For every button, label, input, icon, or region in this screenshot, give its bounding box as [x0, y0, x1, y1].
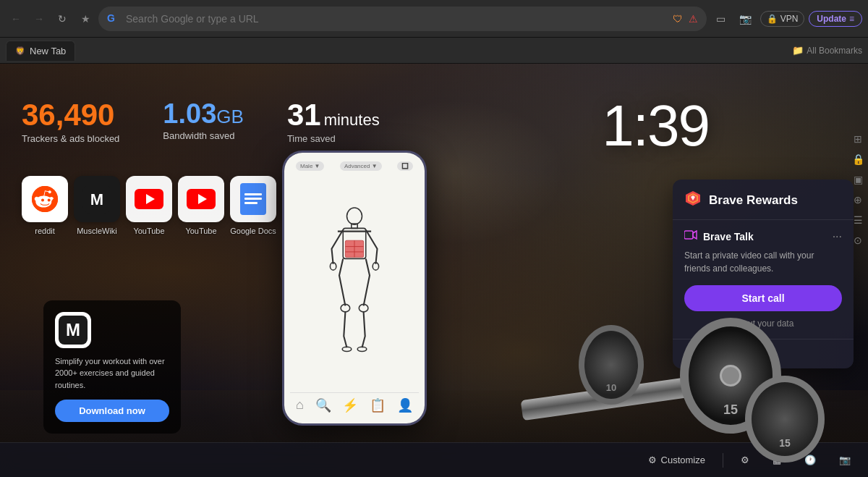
shortcut-musclewiki[interactable]: M MuscleWiki: [74, 176, 120, 235]
weight-number: 15: [723, 402, 738, 418]
sponsor-card: M Simplify your workout with over 2000+ …: [43, 300, 181, 434]
main-content: 15 10 15 36,490 Trackers & ads blocked 1…: [0, 64, 868, 477]
musclewiki-icon: M: [74, 176, 120, 222]
address-bar[interactable]: G 🛡 ⚠: [98, 7, 707, 31]
browser-right-controls: ▭ 📷 🔒 VPN Update ≡: [711, 9, 862, 29]
sidebar-toggle[interactable]: ▭: [711, 9, 731, 29]
phone-selector-3d: 🔲: [397, 161, 413, 171]
brave-logo-icon: [684, 190, 702, 211]
shortcut-gdocs[interactable]: Google Docs: [230, 176, 276, 235]
shortcut-youtube2[interactable]: YouTube: [178, 176, 224, 235]
phone-mockup: Male ▼ Advanced ▼ 🔲: [282, 151, 427, 426]
brave-talk-header: Brave Talk ···: [684, 230, 842, 243]
svg-rect-11: [244, 202, 258, 204]
right-sidebar: ⊞ 🔒 ▣ ⊕ ☰ ⊙: [848, 127, 868, 252]
sidebar-icon-5[interactable]: ☰: [849, 211, 867, 229]
video-camera-icon: [684, 230, 697, 243]
sponsor-description: Simplify your workout with over 2000+ ex…: [55, 355, 169, 392]
shortcut-youtube1[interactable]: YouTube: [126, 176, 172, 235]
sidebar-icon-2[interactable]: 🔒: [849, 151, 867, 168]
weight-plate-small: 10: [579, 325, 644, 405]
bookmarks-label: All Bookmarks: [807, 46, 862, 56]
bandwidth-value: 1.03GB: [163, 100, 244, 127]
history-icon: 🕐: [804, 455, 816, 465]
youtube1-icon: [126, 176, 172, 222]
stats-area: 36,490 Trackers & ads blocked 1.03GB Ban…: [22, 100, 380, 144]
sidebar-icon-3[interactable]: ▣: [849, 171, 867, 188]
floor-weight-num: 15: [779, 437, 791, 449]
weight-number-small: 10: [606, 382, 616, 393]
stat-time: 31minutes Time saved: [287, 100, 380, 144]
download-button[interactable]: Download now: [55, 400, 169, 422]
sponsor-logo: M: [55, 312, 91, 348]
start-call-button[interactable]: Start call: [684, 285, 842, 311]
bookmarks-bar[interactable]: 📁 All Bookmarks: [792, 45, 862, 56]
trackers-count: 36,490: [22, 100, 119, 130]
brave-talk-section: Brave Talk ··· Start a private video cal…: [673, 220, 854, 339]
body-figure-svg: [322, 207, 387, 359]
gdocs-icon: [230, 176, 276, 222]
customize-icon: ⚙: [648, 455, 657, 465]
stat-bandwidth: 1.03GB Bandwidth saved: [163, 100, 244, 141]
vpn-icon: 🔒: [767, 14, 778, 24]
active-tab[interactable]: 🦁 New Tab: [6, 41, 75, 61]
tab-favicon: 🦁: [15, 46, 25, 56]
google-logo: G: [107, 12, 120, 25]
svg-rect-10: [244, 198, 262, 200]
screenshot-btn[interactable]: 📷: [736, 9, 756, 29]
trackers-label: Trackers & ads blocked: [22, 133, 119, 144]
sidebar-icon-6[interactable]: ⊙: [849, 232, 867, 249]
panel-title: Brave Rewards: [709, 193, 798, 208]
sidebar-icon-1[interactable]: ⊞: [849, 130, 867, 148]
camera-icon: 📷: [839, 455, 851, 465]
reload-button[interactable]: ↻: [52, 9, 72, 29]
tab-title: New Tab: [30, 46, 66, 56]
phone-tab-profile: 👤: [397, 397, 413, 413]
bottom-divider-1: [723, 453, 723, 468]
brave-talk-description: Start a private video call with your fri…: [684, 249, 842, 275]
youtube1-label: YouTube: [133, 227, 164, 235]
url-input[interactable]: [126, 13, 667, 25]
phone-tab-routines: 📋: [370, 397, 386, 413]
stat-trackers: 36,490 Trackers & ads blocked: [22, 100, 119, 144]
vpn-button[interactable]: 🔒 VPN: [760, 11, 805, 27]
warning-icon: ⚠: [689, 13, 698, 25]
youtube2-label: YouTube: [185, 227, 216, 235]
gdocs-label: Google Docs: [230, 227, 276, 235]
navigation-bar: ← → ↻ ★ G 🛡 ⚠ ▭ 📷 🔒 VPN Update ≡: [0, 0, 868, 38]
svg-text:M: M: [66, 320, 80, 339]
panel-header: Brave Rewards: [673, 180, 854, 220]
shortcut-reddit[interactable]: reddit: [22, 176, 68, 235]
customize-label: Customize: [661, 455, 705, 465]
youtube2-icon: [178, 176, 224, 222]
floor-weight: 15: [745, 376, 825, 463]
body-figure-container: [322, 174, 387, 392]
bookmark-icon[interactable]: ★: [78, 12, 93, 26]
settings-button[interactable]: ⚙: [735, 452, 755, 468]
weight-hole: [720, 365, 741, 387]
clock: 1:39: [602, 93, 709, 159]
more-options-button[interactable]: ···: [833, 230, 842, 243]
svg-rect-34: [684, 231, 693, 239]
reddit-label: reddit: [35, 227, 55, 235]
phone-header: Male ▼ Advanced ▼ 🔲: [290, 159, 419, 174]
bottom-bar: ⚙ Customize ⚙ ▦ 🕐 📷: [0, 442, 868, 477]
update-button[interactable]: Update ≡: [809, 11, 862, 27]
phone-tab-muscles: ⚡: [342, 397, 358, 413]
settings-icon: ⚙: [741, 455, 749, 465]
phone-screen: Male ▼ Advanced ▼ 🔲: [284, 153, 425, 423]
sidebar-icon-4[interactable]: ⊕: [849, 191, 867, 208]
time-label: Time saved: [287, 133, 380, 144]
camera-button[interactable]: 📷: [833, 452, 856, 468]
phone-nav-tabs: ⌂ 🔍 ⚡ 📋 👤: [290, 392, 419, 418]
phone-tab-search: 🔍: [315, 397, 331, 413]
phone-selector-adv: Advanced ▼: [340, 161, 382, 171]
svg-text:M: M: [90, 190, 103, 208]
back-button[interactable]: ←: [6, 9, 26, 29]
svg-point-15: [347, 208, 362, 224]
customize-button[interactable]: ⚙ Customize: [642, 452, 711, 468]
reddit-icon: [22, 176, 68, 222]
forward-button[interactable]: →: [29, 9, 49, 29]
tab-bar: 🦁 New Tab 📁 All Bookmarks: [0, 38, 868, 64]
svg-rect-9: [244, 193, 262, 195]
